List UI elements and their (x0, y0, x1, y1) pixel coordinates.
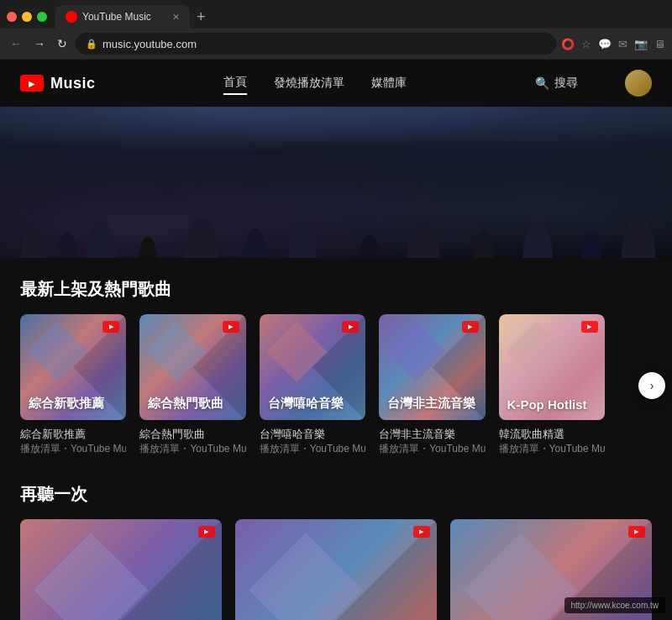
card-1-label: 綜合新歌推薦 (29, 396, 104, 412)
yt-logo[interactable]: Music (20, 75, 96, 92)
card-4-meta-sub: 播放清單・YouTube Music (379, 442, 485, 456)
card-1-meta-sub: 播放清單・YouTube Music (20, 442, 126, 456)
card-台湾嘻哈音乐[interactable]: 台灣嘻哈音樂 台灣嘻哈音樂 播放清單・YouTube Music (260, 314, 365, 456)
card-play-icon-2 (223, 321, 239, 333)
extensions-icon[interactable]: ⭕ (561, 38, 575, 50)
card-play-icon-3 (342, 321, 359, 333)
nav-library[interactable]: 媒體庫 (371, 72, 407, 94)
card-play-icon-1 (102, 321, 119, 333)
browser-chrome: YouTube Music ✕ + ← → ↻ 🔒 music.youtube.… (0, 0, 672, 60)
hero-lights (0, 107, 672, 174)
card-2-meta: 綜合熱門歌曲 播放清單・YouTube Music (139, 427, 245, 456)
user-avatar[interactable] (625, 70, 652, 97)
card-2-meta-title: 綜合熱門歌曲 (139, 427, 245, 442)
card-4-meta-title: 台灣非主流音樂 (379, 427, 485, 442)
small-card-2[interactable]: 台灣非主流音樂 台灣非主流音樂 播放清單・YouTube Music (235, 519, 437, 620)
active-tab[interactable]: YouTube Music ✕ (55, 5, 190, 29)
small-card-play-2 (413, 526, 430, 538)
line-icon[interactable]: 💬 (598, 38, 612, 50)
card-3-label: 台灣嘻哈音樂 (268, 396, 344, 412)
close-button[interactable] (7, 12, 17, 22)
new-tab-button[interactable]: + (190, 7, 213, 28)
card-3-meta: 台灣嘻哈音樂 播放清單・YouTube Music (260, 427, 365, 456)
forward-button[interactable]: → (30, 35, 49, 52)
card-play-icon-5 (581, 321, 598, 333)
card-综合新歌推荐[interactable]: 綜合新歌推薦 綜合新歌推薦 播放清單・YouTube Music (20, 314, 126, 456)
card-play-icon-4 (462, 321, 479, 333)
replay-section-title: 再聽一次 (20, 483, 652, 506)
card-kpop-hotlist[interactable]: K-Pop Hotlist 韓流歌曲精選 播放清單・YouTube Music (499, 314, 605, 456)
logo-text: Music (50, 75, 96, 92)
card-4-label: 台灣非主流音樂 (387, 396, 475, 412)
main-content: 最新上架及熱門歌曲 綜合新歌推薦 綜合新歌推薦 播放清單・YouTube Mus… (0, 278, 672, 620)
card-台湾非主流音乐[interactable]: 台灣非主流音樂 台灣非主流音樂 播放清單・YouTube Music (379, 314, 485, 456)
card-3-meta-sub: 播放清單・YouTube Music (260, 442, 365, 456)
card-1-meta: 綜合新歌推薦 播放清單・YouTube Music (20, 427, 126, 456)
hero-banner (0, 107, 672, 258)
card-2-label: 綜合熱門歌曲 (148, 396, 223, 412)
card-1-meta-title: 綜合新歌推薦 (20, 427, 126, 442)
tab-close-button[interactable]: ✕ (172, 12, 180, 23)
small-card-play-1 (198, 526, 215, 538)
nav-home[interactable]: 首頁 (223, 71, 247, 95)
address-bar-row: ← → ↻ 🔒 music.youtube.com ⭕ ☆ 💬 ✉ 📷 🖥 (0, 29, 672, 59)
latest-section: 最新上架及熱門歌曲 綜合新歌推薦 綜合新歌推薦 播放清單・YouTube Mus… (20, 278, 652, 456)
small-cards-row: 綜合熱門歌曲 綜合熱門歌曲 播放清單・YouTube Music 台灣非主流音樂 (20, 519, 652, 620)
camera-icon[interactable]: 📷 (634, 38, 648, 50)
bookmark-icon[interactable]: ☆ (581, 38, 591, 50)
search-icon: 🔍 (535, 76, 549, 90)
card-5-meta-title: 韓流歌曲精選 (499, 427, 605, 442)
card-4-meta: 台灣非主流音樂 播放清單・YouTube Music (379, 427, 485, 456)
address-input[interactable]: 🔒 music.youtube.com (76, 33, 556, 55)
card-5-meta-sub: 播放清單・YouTube Music (499, 442, 605, 456)
url-text: music.youtube.com (102, 38, 197, 50)
card-2-meta-sub: 播放清單・YouTube Music (139, 442, 245, 456)
next-button[interactable]: › (638, 372, 665, 399)
latest-section-title: 最新上架及熱門歌曲 (20, 278, 652, 301)
youtube-icon (20, 75, 44, 92)
tab-favicon (66, 11, 77, 23)
youtube-music-app: Music 首頁 發燒播放清單 媒體庫 🔍 搜尋 最新上架及熱門歌曲 (0, 60, 672, 620)
back-button[interactable]: ← (7, 35, 25, 52)
small-card-1[interactable]: 綜合熱門歌曲 綜合熱門歌曲 播放清單・YouTube Music (20, 519, 222, 620)
cast-icon[interactable]: 🖥 (654, 38, 665, 50)
card-综合热门歌曲[interactable]: 綜合熱門歌曲 綜合熱門歌曲 播放清單・YouTube Music (139, 314, 245, 456)
minimize-button[interactable] (22, 12, 32, 22)
tab-title: YouTube Music (82, 11, 151, 23)
card-5-label: K-Pop Hotlist (507, 397, 587, 412)
watermark: http://www.kcoe.com.tw (564, 597, 665, 613)
mail-icon[interactable]: ✉ (618, 38, 627, 50)
app-header: Music 首頁 發燒播放清單 媒體庫 🔍 搜尋 (0, 60, 672, 107)
search-label: 搜尋 (554, 76, 578, 91)
toolbar-right: ⭕ ☆ 💬 ✉ 📷 🖥 (561, 38, 665, 50)
maximize-button[interactable] (37, 12, 47, 22)
main-nav: 首頁 發燒播放清單 媒體庫 (223, 71, 407, 95)
small-card-play-3 (628, 526, 645, 538)
replay-section: 再聽一次 綜合熱門歌曲 綜合熱門歌曲 播放清單・YouTube Music (20, 483, 652, 620)
search-button[interactable]: 🔍 搜尋 (535, 76, 578, 91)
nav-hot-playlist[interactable]: 發燒播放清單 (274, 72, 344, 94)
latest-cards-row: 綜合新歌推薦 綜合新歌推薦 播放清單・YouTube Music 綜合熱門歌曲 … (20, 314, 652, 456)
tab-bar: YouTube Music ✕ + (0, 0, 672, 29)
reload-button[interactable]: ↻ (54, 35, 71, 52)
traffic-lights (7, 12, 47, 22)
lock-icon: 🔒 (86, 39, 97, 50)
card-5-meta: 韓流歌曲精選 播放清單・YouTube Music (499, 427, 605, 456)
card-3-meta-title: 台灣嘻哈音樂 (260, 427, 365, 442)
